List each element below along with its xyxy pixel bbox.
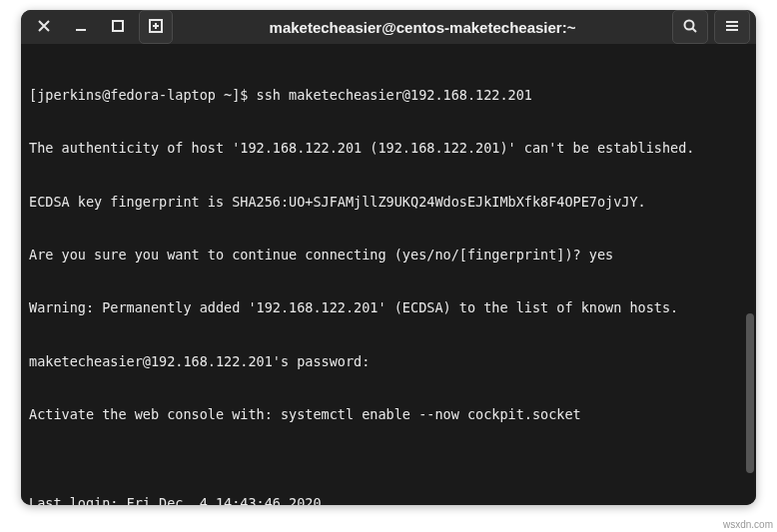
window-controls-right [672, 10, 750, 44]
menu-button[interactable] [714, 10, 750, 44]
window-controls-left [27, 10, 135, 44]
terminal-output[interactable]: [jperkins@fedora-laptop ~]$ ssh maketech… [21, 45, 756, 505]
close-icon [36, 18, 52, 37]
minimize-icon [73, 18, 89, 37]
terminal-line: Are you sure you want to continue connec… [29, 247, 748, 265]
svg-point-2 [685, 20, 694, 29]
maximize-button[interactable] [101, 10, 135, 44]
terminal-line: Warning: Permanently added '192.168.122.… [29, 299, 748, 317]
titlebar: maketecheasier@centos-maketecheasier:~ [21, 10, 756, 45]
terminal-window: maketecheasier@centos-maketecheasier:~ [… [21, 10, 756, 505]
new-tab-button[interactable] [139, 10, 173, 44]
new-tab-icon [148, 18, 164, 37]
maximize-icon [110, 18, 126, 37]
terminal-line: The authenticity of host '192.168.122.20… [29, 140, 748, 158]
terminal-line: [jperkins@fedora-laptop ~]$ ssh maketech… [29, 87, 748, 105]
window-title: maketecheasier@centos-maketecheasier:~ [177, 19, 668, 36]
terminal-line: ECDSA key fingerprint is SHA256:UO+SJFAM… [29, 194, 748, 212]
terminal-line: Last login: Fri Dec 4 14:43:46 2020 [29, 495, 748, 505]
hamburger-icon [724, 18, 740, 37]
close-button[interactable] [27, 10, 61, 44]
minimize-button[interactable] [64, 10, 98, 44]
scrollbar-thumb[interactable] [746, 313, 754, 473]
scrollbar[interactable] [744, 54, 756, 505]
search-button[interactable] [672, 10, 708, 44]
terminal-line: Activate the web console with: systemctl… [29, 406, 748, 424]
svg-rect-0 [113, 21, 123, 31]
search-icon [682, 18, 698, 37]
terminal-line: maketecheasier@192.168.122.201's passwor… [29, 353, 748, 371]
watermark: wsxdn.com [723, 519, 773, 530]
